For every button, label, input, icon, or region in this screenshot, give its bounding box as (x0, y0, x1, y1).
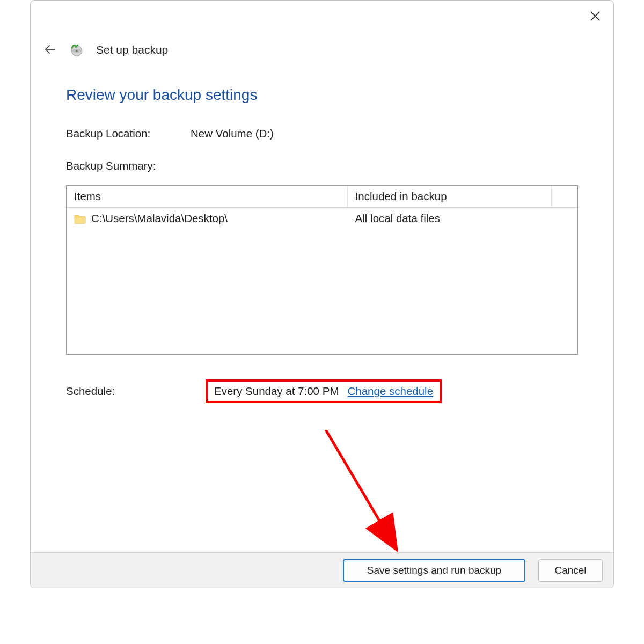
folder-icon (74, 214, 86, 223)
backup-wizard-icon (69, 42, 84, 57)
cell-pad (552, 208, 577, 229)
backup-location-label: Backup Location: (66, 127, 191, 140)
backup-summary-label: Backup Summary: (66, 159, 578, 172)
dialog-footer: Save settings and run backup Cancel (31, 552, 613, 588)
back-arrow-icon (43, 43, 56, 57)
cell-item-included: All local data files (348, 208, 552, 229)
svg-point-5 (76, 50, 78, 52)
table-header: Items Included in backup (67, 186, 577, 208)
close-icon (590, 11, 600, 23)
schedule-label: Schedule: (66, 385, 206, 398)
cell-item-path-text: C:\Users\Malavida\Desktop\ (91, 212, 228, 225)
backup-location-row: Backup Location: New Volume (D:) (66, 127, 578, 140)
cell-item-path: C:\Users\Malavida\Desktop\ (67, 208, 348, 229)
close-button[interactable] (584, 7, 606, 26)
backup-location-value: New Volume (D:) (191, 127, 274, 140)
col-header-pad (552, 186, 577, 207)
wizard-content: Review your backup settings Backup Locat… (31, 60, 613, 552)
schedule-row: Schedule: Every Sunday at 7:00 PM Change… (66, 379, 578, 403)
cancel-button[interactable]: Cancel (538, 559, 603, 582)
wizard-header: Set up backup (31, 1, 613, 60)
col-header-included[interactable]: Included in backup (348, 186, 552, 207)
schedule-highlight: Every Sunday at 7:00 PM Change schedule (206, 379, 442, 403)
page-heading: Review your backup settings (66, 86, 578, 104)
save-and-run-button[interactable]: Save settings and run backup (343, 559, 525, 582)
backup-summary-table: Items Included in backup C:\Users\Malavi… (66, 185, 578, 355)
backup-wizard-dialog: Set up backup Review your backup setting… (30, 0, 614, 588)
wizard-title: Set up backup (96, 43, 168, 56)
back-button[interactable] (40, 40, 60, 60)
col-header-items[interactable]: Items (67, 186, 348, 207)
change-schedule-link[interactable]: Change schedule (347, 385, 433, 398)
table-row[interactable]: C:\Users\Malavida\Desktop\ All local dat… (67, 208, 577, 229)
schedule-value: Every Sunday at 7:00 PM (214, 385, 339, 398)
cell-item-included-text: All local data files (355, 212, 440, 225)
